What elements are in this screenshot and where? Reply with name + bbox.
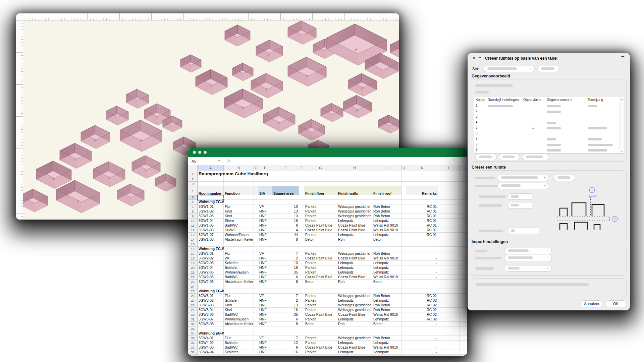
cell-H14[interactable]: Roh [337,237,372,242]
cell-L20[interactable] [438,265,460,270]
cell-I28[interactable]: Roh Beton [372,303,402,308]
cell-A10[interactable]: 3GW1-04 [198,219,224,223]
row-header-16[interactable]: 16 [188,247,198,251]
cell-C3[interactable] [254,182,258,186]
col-header-A[interactable]: A [198,165,224,171]
cell-G6[interactable] [304,200,337,204]
cell-K6[interactable] [406,200,438,204]
cell-F36[interactable] [299,341,304,345]
cell-C7[interactable] [254,204,258,209]
cell-L32[interactable] [438,322,460,326]
room-type-dropdown[interactable]: ⌄ [497,175,549,181]
cell-A31[interactable]: 3GW3-07 [198,317,224,322]
import-layer-dropdown[interactable]: ⌄ [504,255,552,261]
cell-C29[interactable] [254,308,258,312]
preview-action-button-2[interactable] [499,154,520,160]
cell-K15[interactable] [406,242,438,247]
cell-B22[interactable]: Bad/WC [224,275,254,280]
cell-L8[interactable] [438,209,460,214]
cell-E9[interactable]: 13 [272,214,299,219]
col-header-I[interactable]: I [372,165,402,171]
cell-E17[interactable]: 7 [272,251,299,256]
preview-col-gegevensrecord[interactable]: Gegevensrecord [545,97,586,103]
col-header-B[interactable]: B [224,165,254,171]
cell-F34[interactable] [299,331,304,336]
cell-E25[interactable] [272,289,299,294]
cell-M2[interactable] [460,177,467,182]
cell-M31[interactable] [460,317,467,322]
cell-L29[interactable] [438,308,460,312]
preview-row-3[interactable]: 3 [474,114,624,120]
col-header-L[interactable]: L [438,165,460,171]
cell-B33[interactable] [224,326,254,331]
cell-F4[interactable] [299,186,304,195]
cell-B17[interactable]: Flur [224,251,254,256]
cell-I7[interactable]: Roh Beton [372,204,402,209]
cell-J13[interactable] [402,233,406,237]
col-header-C[interactable]: C [254,165,258,171]
cell-B31[interactable]: Wohnen/Essen [224,317,254,322]
cell-J5[interactable] [402,195,406,200]
cell-I23[interactable]: Beton [372,280,402,284]
cell-D31[interactable]: HNF [258,317,272,322]
cell-E1[interactable] [272,171,299,177]
cell-K2[interactable] [406,177,438,182]
cell-I12[interactable]: Weiss Ral 9010 [372,228,402,233]
cell-B37[interactable]: Bad/WC [224,345,254,350]
cell-J2[interactable] [402,177,406,182]
cell-B18[interactable]: Wc [224,256,254,261]
cell-J12[interactable] [402,228,406,233]
cell-G11[interactable]: Cozza Paint Blue [304,223,337,228]
row-header-17[interactable]: 17 [188,251,198,256]
cell-F31[interactable] [299,317,304,322]
cell-G26[interactable]: Parkett [304,294,337,298]
cell-I24[interactable] [372,284,402,289]
cell-H6[interactable] [337,200,372,204]
cell-E18[interactable]: 2 [272,256,299,261]
cell-J36[interactable] [402,341,406,345]
cell-C9[interactable] [254,214,258,219]
cell-K11[interactable]: RC 01 [406,223,438,228]
cell-I9[interactable]: Roh Beton [372,214,402,219]
cell-J23[interactable] [402,280,406,284]
row-header-19[interactable]: 19 [188,261,198,265]
cell-H37[interactable]: Cozza Paint Blue [337,345,372,350]
cell-H3[interactable] [337,182,372,186]
cell-M27[interactable] [460,298,467,303]
cell-G21[interactable]: Parkett [304,270,337,275]
cell-J18[interactable] [402,256,406,261]
cell-E3[interactable] [272,182,299,186]
cell-L11[interactable] [438,223,460,228]
cell-E12[interactable]: 4 [272,228,299,233]
row-header-5[interactable]: 5 [188,195,198,200]
cell-E6[interactable] [272,200,299,204]
cell-J29[interactable] [402,308,406,312]
cell-D27[interactable]: HNF [258,298,272,303]
cell-L26[interactable] [438,294,460,298]
cell-J11[interactable] [402,223,406,228]
cell-M32[interactable] [460,322,467,326]
cell-F26[interactable] [299,294,304,298]
cell-M19[interactable] [460,261,467,265]
cell-A8[interactable]: 3GW1-02 [198,209,224,214]
cell-M36[interactable] [460,341,467,345]
cell-L7[interactable] [438,204,460,209]
cell-G25[interactable] [304,289,337,294]
cell-K29[interactable]: RC 02 [406,308,438,312]
cell-L6[interactable] [438,200,460,204]
traffic-light-close-icon[interactable] [193,151,196,154]
cell-G8[interactable]: Parkett [304,209,337,214]
preview-row-1[interactable]: 1 [474,103,624,109]
cell-J33[interactable] [402,326,406,331]
cell-A26[interactable]: 3GW3-01 [198,294,224,298]
cell-A29[interactable]: 3GW3-04 [198,308,224,312]
cell-G28[interactable]: Parkett [304,303,337,308]
cell-A12[interactable]: 3GW1-06 [198,228,224,233]
cell-B20[interactable]: Schlafen [224,265,254,270]
cell-K10[interactable]: RC 01 [406,219,438,223]
cell-H31[interactable]: Lehmputz [337,317,372,322]
row-header-7[interactable]: 7 [188,204,198,209]
cell-A38[interactable]: 3GW4-04 [198,350,224,355]
ok-button[interactable]: OK [605,300,627,307]
cell-M21[interactable] [460,270,467,275]
